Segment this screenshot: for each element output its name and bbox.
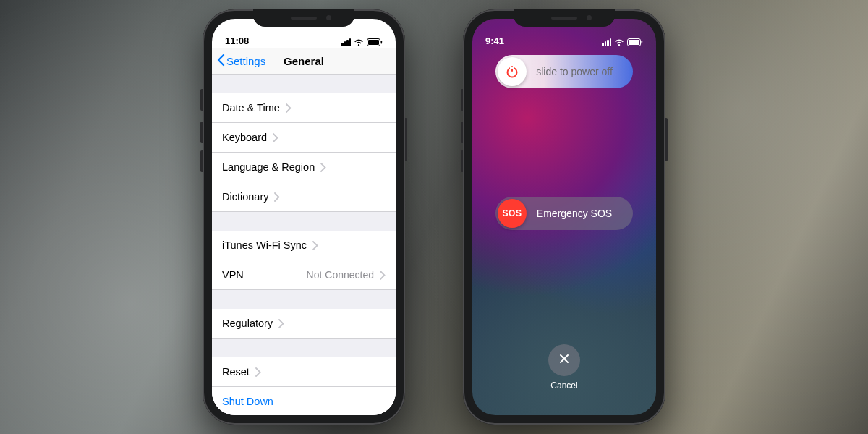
notch bbox=[514, 9, 615, 27]
wifi-icon bbox=[354, 38, 364, 46]
power-icon bbox=[505, 64, 519, 79]
settings-list[interactable]: Date & Time Keyboard Language & Region D… bbox=[212, 75, 396, 415]
cancel-button[interactable] bbox=[548, 344, 580, 376]
svg-rect-8 bbox=[510, 67, 514, 69]
row-regulatory[interactable]: Regulatory bbox=[212, 309, 396, 339]
row-shut-down[interactable]: Shut Down bbox=[212, 387, 396, 415]
svg-rect-2 bbox=[381, 41, 383, 44]
power-slider-label: slide to power off bbox=[529, 66, 633, 77]
chevron-right-icon bbox=[286, 103, 292, 113]
phone-frame-right: 9:41 bbox=[463, 9, 665, 425]
sos-slider[interactable]: SOS Emergency SOS bbox=[495, 197, 633, 230]
row-keyboard[interactable]: Keyboard bbox=[212, 123, 396, 153]
chevron-right-icon bbox=[255, 367, 261, 377]
svg-rect-1 bbox=[368, 40, 379, 45]
status-time: 11:08 bbox=[225, 35, 249, 46]
row-label: Date & Time bbox=[222, 102, 280, 114]
screen-settings: 11:08 Settings bbox=[212, 19, 396, 415]
chevron-left-icon bbox=[216, 54, 225, 69]
power-off-slider[interactable]: slide to power off bbox=[495, 55, 633, 88]
cancel-label: Cancel bbox=[550, 380, 577, 391]
battery-icon bbox=[367, 38, 383, 46]
row-itunes-wifi-sync[interactable]: iTunes Wi-Fi Sync bbox=[212, 231, 396, 260]
row-label: Regulatory bbox=[222, 318, 273, 329]
sos-knob[interactable]: SOS bbox=[498, 199, 527, 228]
chevron-right-icon bbox=[380, 271, 386, 280]
phone-frame-left: 11:08 Settings bbox=[203, 9, 405, 425]
status-right bbox=[341, 38, 383, 46]
close-icon bbox=[558, 353, 570, 367]
row-label: Dictionary bbox=[222, 191, 268, 203]
row-label: Reset bbox=[222, 366, 250, 378]
notch bbox=[253, 9, 354, 27]
row-label: VPN bbox=[222, 269, 244, 281]
row-language-region[interactable]: Language & Region bbox=[212, 153, 396, 182]
row-value: Not Connected bbox=[307, 269, 374, 281]
nav-bar: Settings General bbox=[212, 48, 396, 75]
screen-power-off: 9:41 bbox=[472, 19, 656, 415]
chevron-right-icon bbox=[320, 163, 326, 172]
row-label: Shut Down bbox=[222, 396, 273, 407]
power-off-overlay: slide to power off SOS Emergency SOS Can… bbox=[472, 19, 656, 415]
row-label: iTunes Wi-Fi Sync bbox=[222, 239, 307, 251]
back-label: Settings bbox=[226, 55, 265, 67]
sos-slider-label: Emergency SOS bbox=[529, 208, 633, 219]
cancel-group: Cancel bbox=[472, 344, 656, 391]
sos-knob-label: SOS bbox=[503, 208, 522, 218]
chevron-right-icon bbox=[274, 192, 280, 202]
chevron-right-icon bbox=[312, 241, 318, 250]
signal-icon bbox=[341, 38, 351, 46]
row-date-time[interactable]: Date & Time bbox=[212, 93, 396, 123]
row-label: Language & Region bbox=[222, 161, 315, 173]
back-button[interactable]: Settings bbox=[212, 54, 265, 69]
chevron-right-icon bbox=[273, 133, 278, 142]
row-reset[interactable]: Reset bbox=[212, 357, 396, 387]
row-label: Keyboard bbox=[222, 132, 267, 143]
row-dictionary[interactable]: Dictionary bbox=[212, 182, 396, 212]
power-knob[interactable] bbox=[498, 57, 527, 86]
chevron-right-icon bbox=[278, 319, 284, 328]
stage-background: 11:08 Settings bbox=[0, 0, 868, 434]
row-vpn[interactable]: VPN Not Connected bbox=[212, 260, 396, 290]
